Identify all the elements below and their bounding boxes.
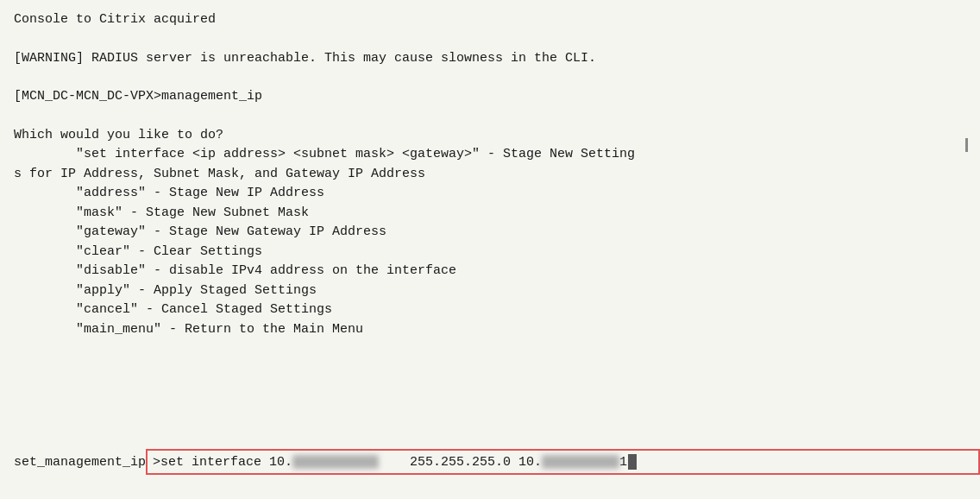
line-16: "cancel" - Cancel Staged Settings [14,300,966,320]
scroll-indicator [965,138,968,152]
line-3: [WARNING] RADIUS server is unreachable. … [14,49,966,69]
input-suffix: 1 [619,455,627,470]
command-input-area[interactable]: set_management_ip >set interface 10. 255… [0,449,980,475]
line-1: Console to Citrix acquired [14,10,966,30]
input-middle [379,455,410,470]
input-content[interactable]: >set interface 10. 255.255.255.0 10. 1 [153,454,973,470]
line-7: Which would you like to do? [14,126,966,146]
command-input-box[interactable]: >set interface 10. 255.255.255.0 10. 1 [146,449,980,475]
line-12: "gateway" - Stage New Gateway IP Address [14,223,966,243]
line-14: "disable" - disable IPv4 address on the … [14,262,966,281]
input-middle-text: 255.255.255.0 10. [410,455,542,470]
command-prompt: set_management_ip [0,455,146,470]
line-15: "apply" - Apply Staged Settings [14,281,966,301]
ip-blurred-1 [292,455,379,469]
line-13: "clear" - Clear Settings [14,243,966,262]
cursor [628,454,637,470]
line-6 [14,107,966,126]
line-11: "mask" - Stage New Subnet Mask [14,204,966,224]
input-prefix: >set interface 10. [153,455,292,470]
line-5: [MCN_DC-MCN_DC-VPX>management_ip [14,87,966,107]
line-17: "main_menu" - Return to the Main Menu [14,320,966,340]
line-2 [14,30,966,49]
ip-blurred-2 [542,455,619,469]
line-10: "address" - Stage New IP Address [14,184,966,204]
line-8: "set interface <ip address> <subnet mask… [14,145,966,165]
line-9: s for IP Address, Subnet Mask, and Gatew… [14,165,966,185]
terminal-window: Console to Citrix acquired [WARNING] RAD… [0,0,980,499]
line-4 [14,68,966,87]
